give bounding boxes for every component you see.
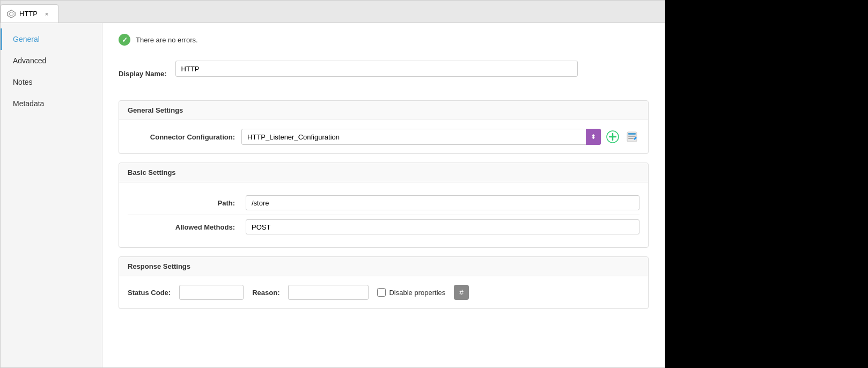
- svg-marker-1: [9, 12, 13, 16]
- http-tab-icon: [6, 9, 16, 19]
- main-panel: There are no errors. Display Name: Gener…: [102, 23, 665, 367]
- edit-icon: [626, 131, 638, 143]
- general-settings-section: General Settings Connector Configuration…: [119, 100, 649, 154]
- http-tab[interactable]: HTTP ×: [1, 4, 58, 23]
- connector-select-arrow[interactable]: [586, 129, 601, 145]
- disable-properties-checkbox[interactable]: [377, 288, 386, 297]
- sidebar: General Advanced Notes Metadata: [1, 23, 102, 367]
- allowed-methods-row: Allowed Methods:: [128, 215, 639, 239]
- svg-rect-6: [628, 133, 636, 135]
- reason-label: Reason:: [252, 289, 279, 297]
- svg-marker-0: [8, 10, 15, 17]
- display-name-row: Display Name:: [119, 56, 649, 91]
- status-bar: There are no errors.: [119, 34, 649, 46]
- general-settings-content: Connector Configuration:: [119, 120, 648, 153]
- add-connector-button[interactable]: [605, 129, 620, 144]
- sidebar-item-advanced[interactable]: Advanced: [1, 50, 102, 71]
- hash-button[interactable]: #: [454, 285, 469, 300]
- http-tab-label: HTTP: [19, 10, 38, 18]
- tab-close-button[interactable]: ×: [43, 10, 50, 18]
- status-code-input[interactable]: [179, 285, 244, 300]
- svg-rect-7: [628, 136, 636, 137]
- status-message: There are no errors.: [136, 36, 198, 44]
- path-value: [246, 195, 639, 210]
- connector-config-label: Connector Configuration:: [128, 133, 235, 141]
- status-ok-icon: [119, 34, 130, 46]
- basic-settings-header: Basic Settings: [119, 163, 648, 182]
- reason-input[interactable]: [288, 285, 369, 300]
- basic-settings-section: Basic Settings Path: Allowed Methods:: [119, 163, 649, 248]
- content-area: General Advanced Notes Metadata There ar…: [1, 23, 665, 367]
- path-row: Path:: [128, 191, 639, 215]
- sidebar-item-general[interactable]: General: [1, 28, 102, 50]
- general-settings-header: General Settings: [119, 101, 648, 120]
- allowed-methods-label: Allowed Methods:: [128, 223, 246, 231]
- sidebar-item-notes[interactable]: Notes: [1, 71, 102, 93]
- allowed-methods-input[interactable]: [246, 219, 639, 234]
- response-settings-section: Response Settings Status Code: Reason: D…: [119, 256, 649, 309]
- plus-icon: [606, 130, 619, 143]
- response-settings-content: Status Code: Reason: Disable properties …: [119, 276, 648, 308]
- response-settings-header: Response Settings: [119, 257, 648, 276]
- response-row: Status Code: Reason: Disable properties …: [128, 285, 639, 300]
- edit-connector-button[interactable]: [624, 129, 639, 144]
- disable-properties-label: Disable properties: [377, 288, 445, 297]
- svg-rect-8: [628, 138, 634, 139]
- connector-config-input[interactable]: [241, 129, 601, 145]
- tab-bar: HTTP ×: [1, 1, 665, 23]
- connector-config-controls: [241, 129, 639, 145]
- connector-config-row: Connector Configuration:: [128, 129, 639, 145]
- basic-settings-content: Path: Allowed Methods:: [119, 182, 648, 247]
- connector-select-wrapper: [241, 129, 601, 145]
- path-input[interactable]: [246, 195, 639, 210]
- path-label: Path:: [128, 199, 246, 207]
- display-name-input[interactable]: [175, 61, 578, 77]
- display-name-label: Display Name:: [119, 70, 167, 78]
- status-code-label: Status Code:: [128, 289, 171, 297]
- allowed-methods-value: [246, 219, 639, 234]
- sidebar-item-metadata[interactable]: Metadata: [1, 93, 102, 114]
